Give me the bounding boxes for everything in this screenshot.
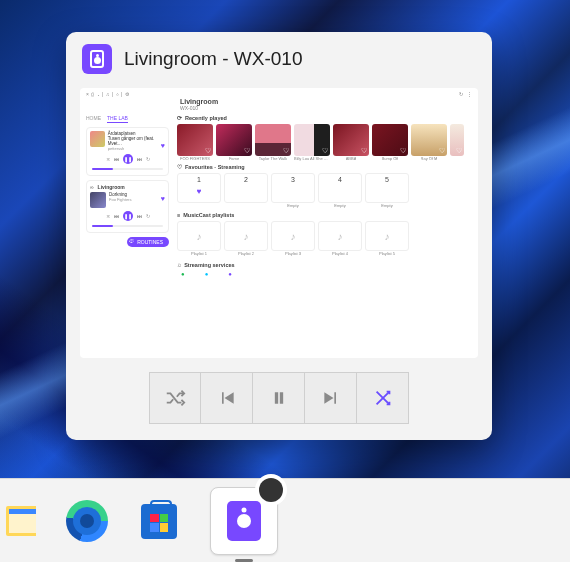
playlist-slot[interactable]: ♪Playlist 1 — [177, 221, 221, 251]
recent-item[interactable] — [450, 124, 464, 161]
musiccast-app-taskbar-button[interactable] — [210, 487, 278, 555]
preview-transport-bar — [66, 372, 492, 424]
room-model: WX-010 — [80, 105, 478, 113]
next-icon[interactable]: ⏭ — [137, 213, 142, 219]
now-playing-card-1: Årdataplatsen Tusen gånger om (feat. Mve… — [86, 127, 169, 176]
fav-slot[interactable]: 2 — [224, 173, 268, 203]
cover-art-icon — [90, 131, 105, 147]
recent-cap: ABBA — [346, 156, 357, 161]
recent-item[interactable]: Billy Lou All She Want (Remix orig… — [294, 124, 330, 161]
skip-previous-icon — [217, 388, 237, 408]
pause-icon[interactable]: ❚❚ — [123, 154, 133, 164]
playlist-slot[interactable]: ♪Playlist 4 — [318, 221, 362, 251]
next-icon[interactable]: ⏭ — [137, 156, 142, 162]
microsoft-store-icon[interactable] — [138, 500, 180, 542]
shuffle-icon[interactable]: ⤨ — [106, 213, 110, 219]
pl-lbl: Playlist 2 — [238, 251, 254, 256]
fav-num: 1 — [178, 176, 220, 183]
heart-icon[interactable]: ♥ — [161, 195, 165, 202]
recent-item[interactable]: FOO FIGHTERS — [177, 124, 213, 161]
previous-button[interactable] — [201, 372, 253, 424]
pl-lbl: Playlist 3 — [285, 251, 301, 256]
window-thumbnail[interactable]: × ⎙ ▾ | ♫ | ◇ | ⚙ ↻ ⋮ Livingroom WX-010 … — [80, 88, 478, 358]
window-title: Livingroom - WX-010 — [124, 48, 302, 70]
services-row — [177, 271, 472, 277]
playlist-slot[interactable]: ♪Playlist 3 — [271, 221, 315, 251]
fav-lbl: Empty — [366, 203, 408, 208]
app-icon — [82, 44, 112, 74]
recent-item[interactable]: Bump Off — [372, 124, 408, 161]
fav-slot[interactable]: 5Empty — [365, 173, 409, 203]
fav-lbl: Empty — [319, 203, 361, 208]
service-icon[interactable] — [205, 271, 211, 277]
heart-icon: ♥ — [197, 187, 202, 196]
fav-slot[interactable]: 1♥ — [177, 173, 221, 203]
section-playlists-label: MusicCast playlists — [183, 212, 234, 218]
tab-lab[interactable]: THE LAB — [107, 115, 128, 123]
recent-cap: Billy Lou All She Want (Remix orig… — [294, 156, 330, 161]
tab-home[interactable]: HOME — [86, 115, 101, 123]
preview-header: Livingroom - WX-010 — [66, 32, 492, 82]
prev-icon[interactable]: ⏮ — [114, 156, 119, 162]
link-icon: ∞ — [90, 184, 94, 190]
fav-num: 2 — [225, 176, 267, 183]
repeat-icon[interactable]: ↻ — [146, 156, 150, 162]
fav-num: 4 — [319, 176, 361, 183]
taskbar-preview-flyout: Livingroom - WX-010 × ⎙ ▾ | ♫ | ◇ | ⚙ ↻ … — [66, 32, 492, 440]
taskbar — [0, 478, 570, 562]
prev-icon[interactable]: ⏮ — [114, 213, 119, 219]
crossfade-icon — [372, 387, 394, 409]
fav-lbl: Empty — [272, 203, 314, 208]
thumb-menuleft: × ⎙ ▾ | ♫ | ◇ | ⚙ — [86, 91, 129, 97]
recent-item[interactable]: Ray Of M — [411, 124, 447, 161]
np-song: Tusen gånger om (feat. Mvet… — [108, 136, 165, 146]
recent-row: FOO FIGHTERS Fame Taylor The Walk Billy … — [177, 124, 472, 161]
fav-num: 5 — [366, 176, 408, 183]
favs-row: 1♥ 2 3Empty 4Empty 5Empty — [177, 173, 472, 203]
sidebar-tabs: HOME THE LAB — [86, 115, 169, 123]
recent-item[interactable]: Taylor The Walk — [255, 124, 291, 161]
cover-art-icon — [90, 192, 106, 208]
room-title: Livingroom — [80, 98, 478, 105]
volume-slider[interactable] — [92, 168, 163, 170]
next-button[interactable] — [305, 372, 357, 424]
section-recent-label: Recently played — [185, 115, 227, 121]
recent-cap: Bump Off — [382, 156, 399, 161]
crossfade-button[interactable] — [357, 372, 409, 424]
file-explorer-icon[interactable] — [6, 506, 36, 536]
pause-icon[interactable]: ❚❚ — [123, 211, 133, 221]
skip-next-icon — [321, 388, 341, 408]
pause-button[interactable] — [253, 372, 305, 424]
playlist-slot[interactable]: ♪Playlist 5 — [365, 221, 409, 251]
fav-num: 3 — [272, 176, 314, 183]
section-favs-label: Favourites - Streaming — [185, 164, 245, 170]
thumb-menubar: × ⎙ ▾ | ♫ | ◇ | ⚙ ↻ ⋮ — [80, 88, 478, 98]
shuffle-icon[interactable]: ⤨ — [106, 156, 110, 162]
recent-cap: Taylor The Walk — [259, 156, 287, 161]
edge-browser-icon[interactable] — [66, 500, 108, 542]
np-artist: petterssh — [108, 146, 165, 151]
heart-icon[interactable]: ♥ — [161, 142, 165, 149]
playlist-slot[interactable]: ♪Playlist 2 — [224, 221, 268, 251]
thumb-main: ⟳ Recently played FOO FIGHTERS Fame Tayl… — [175, 113, 478, 358]
section-recent: ⟳ Recently played — [177, 115, 472, 121]
repeat-icon[interactable]: ↻ — [146, 213, 150, 219]
section-favs: ♡ Favourites - Streaming — [177, 164, 472, 170]
fav-slot[interactable]: 3Empty — [271, 173, 315, 203]
fav-slot[interactable]: 4Empty — [318, 173, 362, 203]
speaker-icon — [227, 501, 261, 541]
room-name: Livingroom — [98, 184, 125, 190]
service-icon[interactable] — [228, 271, 234, 277]
recording-indicator-icon — [259, 478, 283, 502]
recent-cap: Fame — [229, 156, 239, 161]
routines-button[interactable]: ROUTINES — [127, 237, 169, 247]
shuffle-button[interactable] — [149, 372, 201, 424]
recent-cap: Ray Of M — [421, 156, 438, 161]
thumb-sidebar: HOME THE LAB Årdataplatsen Tusen gånger … — [80, 113, 175, 358]
shuffle-icon — [164, 387, 186, 409]
service-icon[interactable] — [181, 271, 187, 277]
recent-item[interactable]: Fame — [216, 124, 252, 161]
recent-item[interactable]: ABBA — [333, 124, 369, 161]
room-artist: Foo Fighters — [109, 197, 131, 202]
volume-slider[interactable] — [92, 225, 163, 227]
